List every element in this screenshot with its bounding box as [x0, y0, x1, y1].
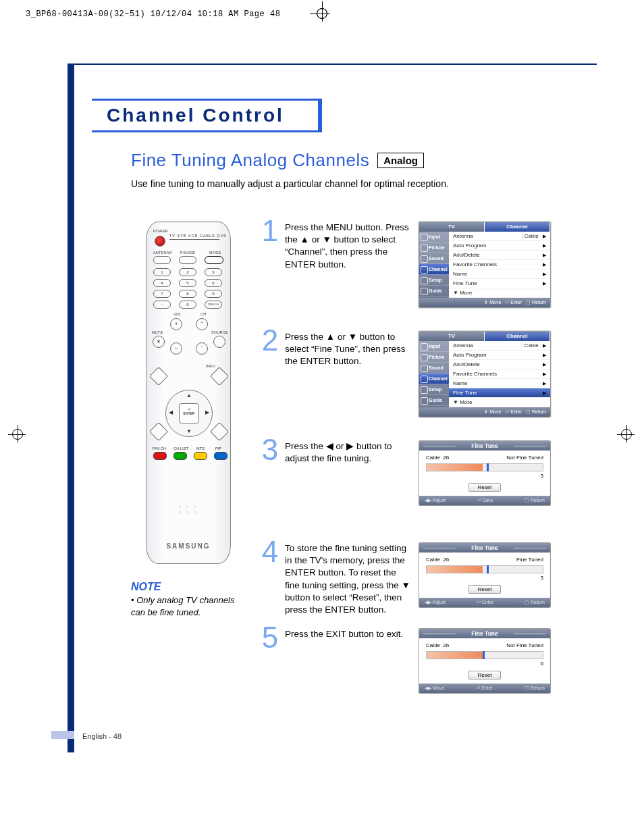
- osd-left-item: Picture: [419, 242, 449, 253]
- side-accent-foot: [51, 731, 74, 739]
- exit-button-icon: [210, 367, 229, 386]
- source-button: [213, 336, 225, 348]
- osd-left-item: Guide: [419, 395, 449, 406]
- step-text: Press the ◀ or ▶ button to adjust the fi…: [285, 440, 413, 465]
- steps: 1 Press the MENU button. Press the ▲ or …: [261, 222, 598, 717]
- osd-left-item: Sound: [419, 253, 449, 264]
- vol-label: VOL: [173, 312, 182, 316]
- side-accent-bar: [68, 63, 74, 752]
- subtitle-text: Fine Tuning Analog Channels: [131, 150, 369, 171]
- step-number: 1: [261, 217, 279, 245]
- ch-up-button: ˆ: [196, 318, 208, 330]
- step-number: 4: [261, 538, 279, 565]
- step-number: 2: [261, 327, 279, 354]
- top-rule: [74, 63, 597, 65]
- osd-left-item: Setup: [419, 275, 449, 286]
- mode-label: MODE: [209, 251, 221, 255]
- grip-dots-icon: ○ ○ ○○ ○ ○: [146, 503, 230, 516]
- mute-label: MUTE: [152, 330, 163, 334]
- step-text: Press the EXIT button to exit.: [285, 628, 413, 640]
- pmode-button: [179, 256, 196, 264]
- dpad: ▲ ▼ ◀ ▶ ⏎ENTER: [165, 390, 213, 437]
- crop-mark-icon: [621, 429, 632, 440]
- osd-row: Auto Program ▶: [449, 241, 550, 251]
- step-text: Press the MENU button. Press the ▲ or ▼ …: [285, 222, 413, 271]
- red-button-icon: [153, 452, 167, 460]
- analog-badge: Analog: [377, 153, 424, 168]
- vol-down-button: –: [170, 342, 182, 355]
- note-body: Only analog TV channels can be fine tune…: [131, 594, 239, 618]
- osd-footer: ◀▶ Move ⏎ Enter ▢ Return: [419, 684, 550, 693]
- osd-tab: Channel: [485, 222, 550, 232]
- osd-row: Add/Delete ▶: [449, 251, 550, 260]
- step-number: 3: [261, 436, 279, 463]
- corner-button: [149, 422, 168, 441]
- step-text: To store the fine tuning setting in the …: [285, 542, 413, 616]
- finetune-window: Fine Tune Cable 26Fine Tuned 3 Reset ◀▶ …: [419, 542, 551, 608]
- tuning-slider: [426, 651, 543, 659]
- osd-left-item: Input: [419, 232, 449, 242]
- note-heading: NOTE: [131, 581, 161, 593]
- antenna-label: ANTENNA: [153, 251, 172, 255]
- tuning-slider: [426, 463, 543, 471]
- vol-up-button: +: [170, 318, 182, 330]
- osd-row: Favorite Channels ▶: [449, 369, 550, 379]
- osd-footer: ◀▶ Adjust ⏎ Save ▢ Return: [419, 496, 550, 505]
- osd-left-item: Channel: [419, 374, 449, 384]
- osd-left-item: Guide: [419, 286, 449, 297]
- step: 5 Press the EXIT button to exit. Fine Tu…: [261, 628, 598, 694]
- crop-mark-icon: [12, 429, 23, 440]
- corner-button: [210, 422, 229, 441]
- enter-button: ⏎ENTER: [179, 403, 199, 423]
- osd-left-item: Sound: [419, 363, 449, 374]
- osd-tab: Channel: [485, 332, 550, 341]
- reset-button: Reset: [468, 483, 501, 492]
- finetune-window: Fine Tune Cable 26Not Fine Tuned 0 Reset…: [419, 628, 551, 694]
- osd-window: TV Channel InputPictureSoundChannelSetup…: [419, 331, 551, 417]
- page-body: Channel Control Fine Tuning Analog Chann…: [51, 41, 617, 790]
- favch-label: FAV.CH: [153, 446, 166, 451]
- step-text: Press the ▲ or ▼ button to select “Fine …: [285, 331, 413, 368]
- power-button-icon: [155, 236, 165, 247]
- osd-row: Fine Tune ▶: [449, 388, 550, 398]
- osd-row: ▼ More: [449, 288, 550, 298]
- osd-footer: ◀▶ Adjust ⏎ Enter ▢ Return: [419, 598, 550, 607]
- osd-row: Antenna : Cable ▶: [449, 232, 550, 241]
- reset-button: Reset: [468, 585, 501, 594]
- section-title: Channel Control: [92, 99, 322, 132]
- crop-mark-icon: [314, 5, 330, 22]
- step: 3 Press the ◀ or ▶ button to adjust the …: [261, 440, 598, 506]
- osd-footer: ⬍ Move ⏎ Enter ▢ Return: [419, 407, 550, 417]
- mode-underline: [169, 239, 219, 240]
- remote-illustration: POWER TV STB VCR CABLE DVD ANTENNA P.MOD…: [138, 222, 239, 569]
- reset-button: Reset: [468, 671, 501, 679]
- page-footer: English - 48: [82, 732, 122, 740]
- step: 1 Press the MENU button. Press the ▲ or …: [261, 222, 598, 308]
- osd-row: Auto Program ▶: [449, 351, 550, 360]
- osd-footer: ⬍ Move ⏎ Enter ▢ Return: [419, 298, 550, 307]
- step-number: 5: [261, 624, 279, 651]
- mode-strip: TV STB VCR CABLE DVD: [169, 234, 227, 238]
- mute-button: ✕: [153, 336, 165, 348]
- step: 4 To store the fine tuning setting in th…: [261, 542, 598, 616]
- osd-row: Name ▶: [449, 379, 550, 388]
- osd-left-item: Setup: [419, 384, 449, 395]
- step: 2 Press the ▲ or ▼ button to select “Fin…: [261, 331, 598, 417]
- osd-row: Name ▶: [449, 269, 550, 279]
- tuning-slider: [426, 565, 543, 573]
- pip-label: PIP: [215, 446, 221, 451]
- ch-down-button: ˇ: [196, 342, 208, 355]
- mode-button: [205, 256, 223, 264]
- osd-row: ▼ More: [449, 398, 550, 407]
- menu-button-icon: [149, 367, 168, 386]
- power-label: POWER: [153, 229, 168, 233]
- source-label: SOURCE: [211, 330, 228, 334]
- pmode-label: P.MODE: [180, 251, 195, 255]
- info-label: INFO: [206, 364, 215, 368]
- finetune-window: Fine Tune Cable 26Not Fine Tuned 3 Reset…: [419, 440, 551, 506]
- green-button-icon: [173, 452, 187, 460]
- osd-left-item: Picture: [419, 352, 449, 363]
- subtitle: Fine Tuning Analog Channels Analog: [131, 150, 424, 171]
- blue-button-icon: [214, 452, 227, 460]
- print-header: 3_BP68-00413A-00(32~51) 10/12/04 10:18 A…: [26, 9, 280, 19]
